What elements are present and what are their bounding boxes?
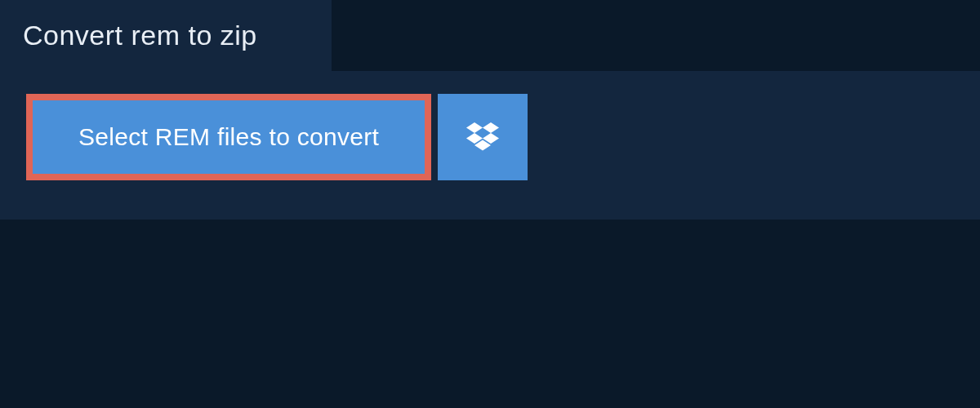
dropbox-button[interactable] bbox=[438, 94, 528, 180]
select-files-highlight: Select REM files to convert bbox=[26, 94, 431, 180]
select-files-button[interactable]: Select REM files to convert bbox=[33, 100, 425, 174]
page-title: Convert rem to zip bbox=[23, 20, 299, 51]
dropbox-icon bbox=[466, 122, 499, 152]
button-row: Select REM files to convert bbox=[26, 94, 954, 180]
upload-panel: Select REM files to convert bbox=[0, 71, 980, 220]
header-tab: Convert rem to zip bbox=[0, 0, 332, 71]
